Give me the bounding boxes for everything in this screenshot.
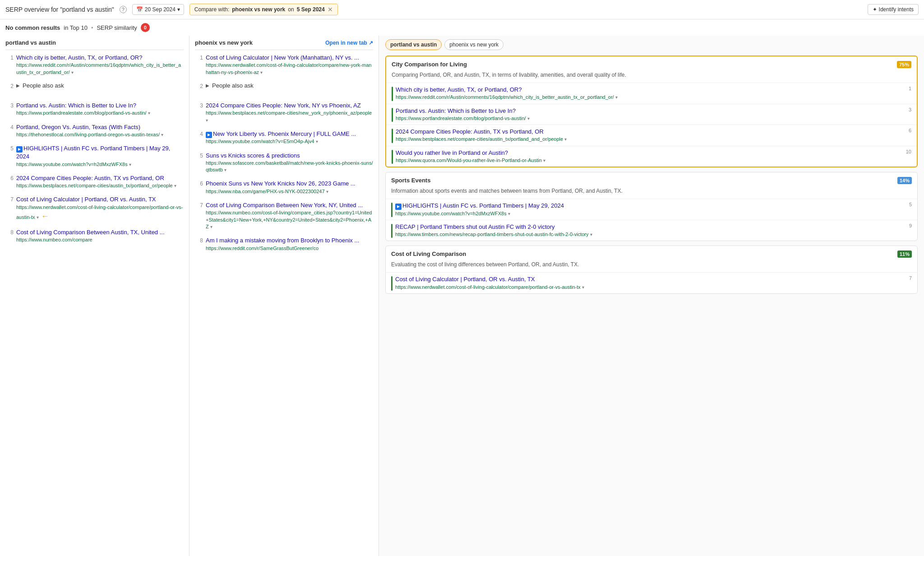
result-url: https://www.youtube.com/watch?v=h2dMxzWF…	[16, 161, 184, 168]
intent-result-body: ▶HIGHLIGHTS | Austin FC vs. Portland Tim…	[395, 202, 902, 217]
result-title[interactable]: Cost of Living Calculator | Portland, OR…	[16, 195, 184, 204]
page-title: SERP overview for "portland vs austin"	[5, 6, 114, 13]
mid-results-list: 1 Cost of Living Calculator | New York (…	[195, 54, 373, 252]
result-title[interactable]: Cost of Living Comparison Between New Yo…	[206, 201, 373, 209]
intent-result-title[interactable]: Would you rather live in Portland or Aus…	[396, 149, 901, 157]
intent-bar-indicator	[392, 150, 393, 164]
intent-result-number: 5	[905, 202, 912, 207]
intent-result-url: https://www.bestplaces.net/compare-citie…	[396, 136, 901, 143]
url-arrow-icon: ▾	[527, 116, 530, 121]
result-item: 2 ▶ People also ask	[5, 82, 184, 95]
result-title[interactable]: Am I making a mistake moving from Brookl…	[206, 236, 373, 245]
result-url: https://www.sofascore.com/basketball/mat…	[206, 160, 373, 174]
result-title[interactable]: Phoenix Suns vs New York Knicks Nov 26, …	[206, 180, 373, 188]
result-item: 2 ▶ People also ask	[195, 82, 373, 95]
url-arrow-icon: ▾	[316, 139, 318, 144]
result-url: https://www.reddit.com/r/SameGrassButGre…	[206, 245, 373, 252]
video-icon: ▶	[206, 132, 212, 138]
intent-result-title[interactable]: Which city is better, Austin, TX, or Por…	[396, 86, 901, 94]
intent-group: City Comparison for Living 75% Comparing…	[385, 56, 918, 167]
people-also-ask[interactable]: ▶ People also ask	[16, 82, 184, 89]
intent-percentage: 14%	[897, 177, 912, 184]
intent-result-url: https://www.youtube.com/watch?v=h2dMxzWF…	[395, 210, 902, 217]
title-text: SERP overview for	[5, 6, 60, 13]
intent-result-title[interactable]: Portland vs. Austin: Which is Better to …	[396, 107, 901, 115]
result-title[interactable]: ▶New York Liberty vs. Phoenix Mercury | …	[206, 130, 373, 138]
result-item: 8 Cost of Living Comparison Between Aust…	[5, 228, 184, 244]
url-arrow-icon: ▾	[260, 70, 263, 75]
result-item: 5 Suns vs Knicks scores & predictions ht…	[195, 152, 373, 174]
result-title[interactable]: Portland, Oregon Vs. Austin, Texas (With…	[16, 123, 184, 131]
intent-result-body: Would you rather live in Portland or Aus…	[396, 149, 901, 164]
intent-result-number: 9	[905, 223, 912, 228]
result-item: 6 Phoenix Suns vs New York Knicks Nov 26…	[195, 180, 373, 195]
date-button[interactable]: 📅 20 Sep 2024 ▾	[132, 4, 184, 15]
result-url: https://www.bestplaces.net/compare-citie…	[206, 110, 373, 124]
intent-group-header: Cost of Living Comparison 11%	[386, 246, 917, 260]
annotation-arrow: ←	[39, 212, 49, 221]
expand-arrow-icon: ▶	[16, 83, 20, 88]
intent-result-title[interactable]: Cost of Living Calculator | Portland, OR…	[395, 275, 902, 283]
result-title[interactable]: Which city is better, Austin, TX, or Por…	[16, 54, 184, 62]
intent-result-number: 1	[904, 86, 911, 91]
compare-query: phoenix vs new york	[232, 6, 285, 13]
result-item: 6 2024 Compare Cities People: Austin, TX…	[5, 174, 184, 190]
right-tabs: portland vs austinphoenix vs new york	[385, 39, 918, 50]
intent-result-title[interactable]: ▶HIGHLIGHTS | Austin FC vs. Portland Tim…	[395, 202, 902, 210]
similarity-badge: 0	[141, 23, 150, 32]
right-tab[interactable]: portland vs austin	[385, 39, 442, 50]
url-arrow-icon: ▾	[129, 162, 131, 167]
result-item: 4 Portland, Oregon Vs. Austin, Texas (Wi…	[5, 123, 184, 139]
result-number: 2	[5, 82, 14, 95]
intent-result-number: 3	[904, 107, 911, 112]
result-number: 5	[5, 144, 14, 168]
intent-result-title[interactable]: RECAP | Portland Timbers shut out Austin…	[395, 223, 902, 231]
result-url: https://www.numbeo.com/cost-of-living/co…	[206, 209, 373, 230]
result-item: 5 ▶HIGHLIGHTS | Austin FC vs. Portland T…	[5, 144, 184, 168]
open-in-new-tab-link[interactable]: Open in new tab ↗	[325, 40, 373, 46]
intent-result-item: ▶HIGHLIGHTS | Austin FC vs. Portland Tim…	[386, 199, 917, 220]
url-arrow-icon: ▾	[508, 211, 510, 216]
result-title[interactable]: ▶HIGHLIGHTS | Austin FC vs. Portland Tim…	[16, 144, 184, 161]
intent-result-body: Portland vs. Austin: Which is Better to …	[396, 107, 901, 122]
url-arrow-icon: ▾	[615, 95, 618, 100]
url-arrow-icon: ▾	[543, 158, 545, 163]
result-url: https://www.portlandrealestate.com/blog/…	[16, 110, 184, 116]
intent-group-title: City Comparison for Living	[392, 61, 467, 68]
intent-percentage: 75%	[897, 61, 911, 68]
close-compare-button[interactable]: ✕	[328, 6, 333, 13]
result-title[interactable]: Suns vs Knicks scores & predictions	[206, 152, 373, 160]
result-item: 7 Cost of Living Calculator | Portland, …	[5, 195, 184, 222]
calendar-icon: 📅	[136, 6, 143, 13]
result-url: https://www.reddit.com/r/Austin/comments…	[16, 62, 184, 76]
url-arrow-icon: ▾	[326, 189, 328, 194]
result-title[interactable]: Cost of Living Comparison Between Austin…	[16, 228, 184, 236]
right-tab[interactable]: phoenix vs new york	[444, 39, 504, 50]
video-icon: ▶	[16, 146, 23, 153]
compare-on: on	[288, 6, 294, 13]
identify-intents-button[interactable]: ✦ Identify intents	[868, 4, 919, 15]
left-results-list: 1 Which city is better, Austin, TX, or P…	[5, 54, 184, 244]
intent-group-title: Sports Events	[391, 177, 430, 184]
date-label: 20 Sep 2024	[145, 6, 176, 13]
right-panel: portland vs austinphoenix vs new york Ci…	[379, 36, 924, 556]
intent-result-title[interactable]: 2024 Compare Cities People: Austin, TX v…	[396, 128, 901, 136]
result-item: 7 Cost of Living Comparison Between New …	[195, 201, 373, 230]
no-common-label: No common results	[5, 24, 60, 31]
result-body: Cost of Living Comparison Between Austin…	[16, 228, 184, 244]
url-arrow-icon: ▾	[161, 132, 163, 137]
result-number: 7	[195, 201, 203, 230]
result-item: 1 Which city is better, Austin, TX, or P…	[5, 54, 184, 76]
result-title[interactable]: Portland vs. Austin: Which is Better to …	[16, 102, 184, 110]
result-body: ▶ People also ask	[16, 82, 184, 95]
result-title[interactable]: 2024 Compare Cities People: New York, NY…	[206, 102, 373, 110]
result-title[interactable]: Cost of Living Calculator | New York (Ma…	[206, 54, 373, 62]
result-url: https://www.bestplaces.net/compare-citie…	[16, 182, 184, 189]
people-also-ask[interactable]: ▶ People also ask	[206, 82, 373, 89]
result-url: https://www.numbeo.com/compare	[16, 236, 184, 243]
result-title[interactable]: 2024 Compare Cities People: Austin, TX v…	[16, 174, 184, 182]
help-icon[interactable]: ?	[120, 6, 127, 13]
intent-group-desc: Evaluating the cost of living difference…	[386, 260, 917, 272]
result-number: 1	[195, 54, 203, 76]
intent-bar-indicator	[391, 276, 393, 291]
